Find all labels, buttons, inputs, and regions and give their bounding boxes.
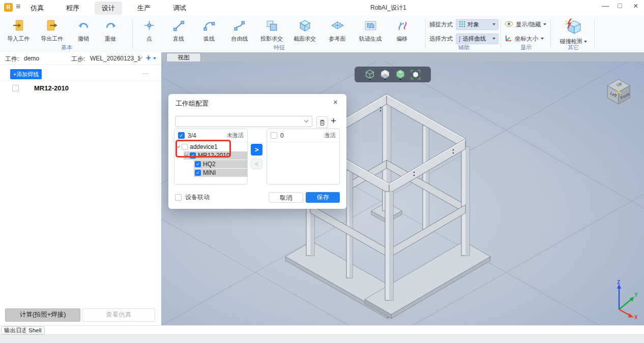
offset-button[interactable]: 偏移 — [388, 15, 416, 43]
collision-detect-button[interactable]: 碰撞检测 — [552, 15, 594, 45]
tool-label: 点 — [147, 35, 152, 43]
menu-tab-simulation[interactable]: 仿真 — [23, 2, 51, 15]
inactive-status-label: 未激活 — [227, 132, 244, 139]
maximize-button[interactable]: □ — [618, 2, 622, 10]
view-simulation-button[interactable]: 查看仿真 — [82, 308, 155, 322]
tool-label: 直线 — [173, 35, 184, 43]
menu-tab-debug[interactable]: 调试 — [166, 2, 193, 15]
render-mode-toolbar — [355, 67, 431, 82]
tree-item-mr12[interactable]: MR12-2010 — [174, 151, 247, 160]
export-workpiece-button[interactable]: 导出工件 — [34, 15, 70, 43]
freeform-line-button[interactable]: 自由线 — [224, 15, 255, 43]
menu-tab-production[interactable]: 生产 — [130, 2, 158, 15]
menu-tab-design[interactable]: 设计 — [95, 2, 122, 15]
tool-label: 参考面 — [329, 35, 346, 43]
chevron-down-icon — [492, 23, 495, 25]
tree-item-hq2[interactable]: HQ2 — [174, 160, 247, 168]
add-workstep-button[interactable]: + — [146, 53, 151, 63]
device-linkage-checkbox[interactable] — [175, 194, 182, 201]
show-hide-button[interactable]: 显示/隐藏 — [505, 19, 547, 29]
solid-mode-button[interactable] — [395, 69, 405, 80]
freeform-line-icon — [233, 19, 247, 34]
arc-icon — [202, 19, 216, 34]
snap-mode-value: 对象 — [467, 21, 479, 28]
line-icon — [172, 19, 186, 34]
bottom-strip — [0, 334, 644, 343]
add-weld-line-button[interactable]: +添加焊线 — [10, 69, 42, 79]
axis-z-label: Z — [617, 280, 620, 285]
device-linkage-option[interactable]: 设备联动 — [175, 193, 210, 202]
active-select-all-checkbox[interactable] — [271, 132, 277, 139]
integral-curve-icon: ∫ — [459, 36, 460, 41]
tool-label: 重做 — [105, 35, 116, 43]
delete-workgroup-button[interactable] — [316, 116, 328, 128]
zoom-fit-button[interactable] — [411, 70, 421, 80]
more-options-icon[interactable]: ⋯ — [142, 70, 149, 77]
save-button[interactable]: 保存 — [306, 192, 340, 203]
select-all-checkbox[interactable] — [178, 132, 185, 139]
shaded-edges-mode-button[interactable] — [380, 69, 390, 80]
view-cube[interactable]: Up Left Front — [603, 75, 636, 108]
import-workpiece-button[interactable]: 导入工件 — [3, 15, 34, 43]
tree-item-mini[interactable]: MINI — [174, 168, 247, 177]
weld-tree-row[interactable]: MR12-2010 — [12, 84, 69, 92]
redo-button[interactable]: 重做 — [97, 15, 124, 43]
chevron-down-icon[interactable] — [176, 144, 180, 148]
select-mode-value: 选择曲线 — [462, 35, 486, 43]
ribbon-group-aux: 捕捉方式 对象 选择方式 ∫ 选择曲线 辅助 — [429, 15, 499, 52]
add-workstep-dropdown-icon[interactable] — [153, 57, 156, 59]
coord-size-button[interactable]: 坐标大小 — [505, 34, 547, 44]
calculate-button[interactable]: 计算(拍照+焊接) — [5, 308, 80, 322]
hamburger-menu-icon[interactable]: ≡ — [16, 2, 20, 11]
view-tab[interactable]: 视图 — [166, 53, 201, 62]
inactive-count: 3/4 — [188, 132, 196, 139]
chevron-down-icon — [543, 23, 546, 25]
weld-item-checkbox[interactable] — [12, 85, 19, 91]
undo-button[interactable]: 撤销 — [70, 15, 97, 43]
add-workgroup-button[interactable]: + — [331, 115, 336, 127]
minimize-button[interactable]: — — [602, 2, 609, 10]
mini-checkbox[interactable] — [195, 170, 201, 176]
shell-tab[interactable]: Shell — [25, 326, 45, 334]
chevron-down-icon[interactable] — [184, 152, 188, 157]
move-to-active-button[interactable]: > — [251, 144, 262, 155]
line-tool-button[interactable]: 直线 — [163, 15, 194, 43]
hq2-checkbox[interactable] — [195, 161, 201, 167]
trajectory-generate-button[interactable]: 轨迹生成 — [353, 15, 388, 43]
workpiece-label: 工件: — [5, 55, 19, 64]
chevron-down-icon[interactable] — [304, 118, 308, 122]
axis-x-label: X — [634, 315, 638, 320]
chevron-down-icon — [399, 79, 401, 80]
workgroup-combobox[interactable] — [175, 116, 312, 127]
wireframe-mode-button[interactable] — [365, 69, 375, 80]
menu-tab-program[interactable]: 程序 — [59, 2, 86, 15]
move-to-inactive-button[interactable]: < — [251, 159, 262, 169]
ribbon-group-feature: 点 直线 弧线 自由线 — [135, 15, 423, 52]
dialog-close-icon[interactable]: × — [333, 98, 338, 106]
tool-label: 自由线 — [231, 35, 248, 43]
workstep-selector[interactable]: WEL_20260123_1 — [90, 55, 140, 62]
reference-plane-button[interactable]: 参考面 — [321, 15, 353, 43]
close-button[interactable]: × — [633, 2, 638, 11]
tree-item-label: MINI — [203, 169, 216, 176]
tool-label: 轨迹生成 — [359, 35, 382, 43]
tree-item-addevice1[interactable]: addevice1 — [174, 142, 247, 151]
window-title: RobAI_设计1 — [370, 4, 406, 12]
addevice1-checkbox[interactable] — [182, 144, 188, 150]
point-tool-button[interactable]: 点 — [135, 15, 163, 43]
section-intersect-button[interactable]: 截面求交 — [288, 15, 321, 43]
chevron-down-icon — [584, 41, 587, 43]
ribbon-group-label: 特征 — [135, 44, 423, 51]
mr12-checkbox[interactable] — [190, 152, 196, 159]
tool-label: 投影求交 — [260, 35, 283, 43]
collision-detect-icon — [564, 18, 582, 37]
section-intersect-icon — [298, 19, 312, 34]
arc-tool-button[interactable]: 弧线 — [194, 15, 224, 43]
select-mode-dropdown[interactable]: ∫ 选择曲线 — [456, 34, 499, 44]
trajectory-generate-icon — [364, 19, 377, 34]
projection-intersect-button[interactable]: 投影求交 — [255, 15, 288, 43]
cancel-button[interactable]: 取消 — [269, 192, 303, 203]
snap-mode-dropdown[interactable]: 对象 — [456, 19, 499, 30]
ribbon-group-label: 辅助 — [429, 44, 499, 51]
snap-mode-label: 捕捉方式 — [429, 21, 453, 28]
